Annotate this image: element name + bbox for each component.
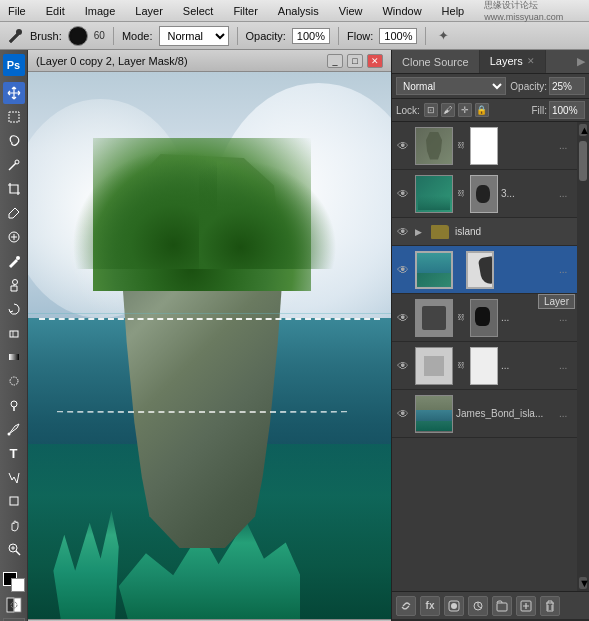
- opacity-input[interactable]: [549, 77, 585, 95]
- layer-item[interactable]: 👁 James_Bond_isla... ...: [392, 390, 577, 438]
- scroll-thumb[interactable]: [579, 141, 587, 181]
- menu-analysis[interactable]: Analysis: [274, 3, 323, 19]
- lock-icons: ⊡ 🖌 ✛ 🔒: [424, 103, 489, 117]
- link-layers-button[interactable]: [396, 596, 416, 616]
- pen-tool[interactable]: [3, 418, 25, 440]
- divider4: [425, 27, 426, 45]
- layer-item[interactable]: 👁 ... Layer: [392, 246, 577, 294]
- layer-visibility-toggle[interactable]: 👁: [394, 223, 412, 241]
- selection-marquee: [39, 318, 380, 320]
- shape-tool[interactable]: [3, 490, 25, 512]
- tab-clone-source[interactable]: Clone Source: [392, 50, 480, 73]
- menu-edit[interactable]: Edit: [42, 3, 69, 19]
- gradient-tool[interactable]: [3, 346, 25, 368]
- lasso-tool[interactable]: [3, 130, 25, 152]
- layer-thumbnail: [415, 299, 453, 337]
- opacity-label: Opacity:: [246, 30, 286, 42]
- menu-filter[interactable]: Filter: [229, 3, 261, 19]
- group-expand-arrow[interactable]: ▶: [415, 227, 425, 237]
- brush-preview[interactable]: [68, 26, 88, 46]
- tab-layers[interactable]: Layers ✕: [480, 50, 546, 73]
- group-folder-icon: [431, 225, 449, 239]
- eyedropper-tool[interactable]: [3, 202, 25, 224]
- svg-point-5: [12, 280, 17, 285]
- menu-window[interactable]: Window: [378, 3, 425, 19]
- mode-dropdown[interactable]: Normal Multiply Screen Overlay: [159, 26, 229, 46]
- menu-view[interactable]: View: [335, 3, 367, 19]
- brush-tool-icon[interactable]: [6, 27, 24, 45]
- panel-menu-icon[interactable]: ▶: [573, 50, 589, 73]
- menu-layer[interactable]: Layer: [131, 3, 167, 19]
- svg-rect-20: [497, 603, 507, 611]
- layer-visibility-toggle[interactable]: 👁: [394, 357, 412, 375]
- zoom-tool[interactable]: [3, 538, 25, 560]
- canvas-titlebar: (Layer 0 copy 2, Layer Mask/8) _ □ ✕: [28, 50, 391, 72]
- history-brush-tool[interactable]: [3, 298, 25, 320]
- layer-options[interactable]: ...: [559, 140, 575, 151]
- selection-bottom: [57, 411, 347, 413]
- layer-mask-thumbnail: [470, 175, 498, 213]
- opacity-value[interactable]: 100%: [292, 28, 330, 44]
- close-button[interactable]: ✕: [367, 54, 383, 68]
- text-tool[interactable]: T: [3, 442, 25, 464]
- maximize-button[interactable]: □: [347, 54, 363, 68]
- lock-transparent-icon[interactable]: ⊡: [424, 103, 438, 117]
- lock-pixels-icon[interactable]: 🖌: [441, 103, 455, 117]
- menu-file[interactable]: File: [4, 3, 30, 19]
- layer-visibility-toggle[interactable]: 👁: [394, 261, 412, 279]
- brush-tool[interactable]: [3, 250, 25, 272]
- layer-options[interactable]: ...: [559, 312, 575, 323]
- airbrush-icon[interactable]: ✦: [434, 27, 452, 45]
- delete-layer-button[interactable]: [540, 596, 560, 616]
- path-selection-tool[interactable]: [3, 466, 25, 488]
- blur-tool[interactable]: [3, 370, 25, 392]
- layer-item[interactable]: 👁 ⛓ ... ...: [392, 342, 577, 390]
- marquee-tool[interactable]: [3, 106, 25, 128]
- minimize-button[interactable]: _: [327, 54, 343, 68]
- layer-options[interactable]: ...: [559, 360, 575, 371]
- add-mask-button[interactable]: [444, 596, 464, 616]
- dodge-tool[interactable]: [3, 394, 25, 416]
- layer-visibility-toggle[interactable]: 👁: [394, 405, 412, 423]
- svg-point-0: [16, 29, 22, 35]
- move-tool[interactable]: [3, 82, 25, 104]
- flow-value[interactable]: 100%: [379, 28, 417, 44]
- fill-input[interactable]: [549, 101, 585, 119]
- new-layer-button[interactable]: [516, 596, 536, 616]
- lock-position-icon[interactable]: ✛: [458, 103, 472, 117]
- layer-item[interactable]: 👁 ⛓ ...: [392, 122, 577, 170]
- layer-thumbnail: [415, 175, 453, 213]
- menu-select[interactable]: Select: [179, 3, 218, 19]
- left-toolbar: Ps: [0, 50, 28, 621]
- lock-all-icon[interactable]: 🔒: [475, 103, 489, 117]
- crop-tool[interactable]: [3, 178, 25, 200]
- menu-image[interactable]: Image: [81, 3, 120, 19]
- tab-close-icon[interactable]: ✕: [527, 56, 535, 66]
- layer-scrollbar[interactable]: ▲ ▼: [577, 122, 589, 591]
- healing-brush-tool[interactable]: [3, 226, 25, 248]
- add-adjustment-button[interactable]: [468, 596, 488, 616]
- blend-mode-dropdown[interactable]: Normal Multiply Screen Overlay Soft Ligh…: [396, 77, 506, 95]
- eraser-tool[interactable]: [3, 322, 25, 344]
- add-fx-button[interactable]: fx: [420, 596, 440, 616]
- scroll-up-arrow[interactable]: ▲: [579, 124, 587, 136]
- clone-stamp-tool[interactable]: [3, 274, 25, 296]
- magic-wand-tool[interactable]: [3, 154, 25, 176]
- scroll-down-arrow[interactable]: ▼: [579, 577, 587, 589]
- fill-label: Fill:: [531, 105, 547, 116]
- new-group-button[interactable]: [492, 596, 512, 616]
- layer-item[interactable]: 👁 ⛓ 3... ...: [392, 170, 577, 218]
- right-panel: Clone Source Layers ✕ ▶ Normal Multiply …: [391, 50, 589, 621]
- quick-mask-btn[interactable]: [3, 594, 25, 616]
- fg-bg-colors[interactable]: [3, 572, 25, 592]
- layer-group[interactable]: 👁 ▶ island: [392, 218, 577, 246]
- layer-options[interactable]: ...: [559, 264, 575, 275]
- layer-visibility-toggle[interactable]: 👁: [394, 137, 412, 155]
- layer-visibility-toggle[interactable]: 👁: [394, 309, 412, 327]
- layer-options[interactable]: ...: [559, 408, 575, 419]
- menu-help[interactable]: Help: [438, 3, 469, 19]
- hand-tool[interactable]: [3, 514, 25, 536]
- layer-options[interactable]: ...: [559, 188, 575, 199]
- svg-rect-6: [10, 331, 18, 337]
- layer-visibility-toggle[interactable]: 👁: [394, 185, 412, 203]
